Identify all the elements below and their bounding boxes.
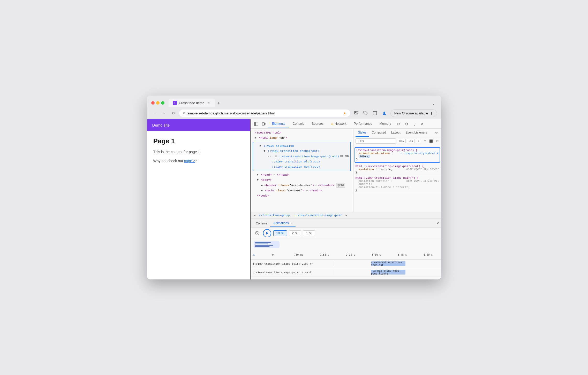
- timeline-bar-1[interactable]: -ua-view-transition-fade-out: [371, 261, 405, 266]
- body-open-line[interactable]: ▼ <body>: [251, 177, 353, 183]
- bottom-tab-bar: Console Animations × ×: [251, 219, 441, 228]
- devtools-breadcrumb: ◀ v-transition-group ::view-transition-i…: [251, 212, 441, 219]
- svg-rect-10: [262, 123, 265, 125]
- tab-console[interactable]: Console: [289, 120, 308, 128]
- paragraph2: Why not check out page 2?: [153, 158, 244, 164]
- styles-filter-bar: :hov .cls + ⊞ ⬛ ◻: [353, 137, 441, 145]
- anim-line-1: [255, 242, 271, 243]
- color-palette-icon[interactable]: ⬛: [428, 138, 434, 144]
- tab-title: Cross fade demo: [179, 101, 205, 105]
- screen-off-icon[interactable]: [352, 109, 360, 117]
- view-transition-old-line[interactable]: ::view-transition-old(root): [253, 159, 350, 164]
- svg-rect-7: [254, 122, 258, 126]
- timeline-label-2: ::view-transition-image-pair::view-tr: [251, 270, 333, 275]
- header-line[interactable]: ▶ <header class="main-header"> ⋯ </heade…: [251, 183, 353, 188]
- split-screen-icon[interactable]: [371, 109, 379, 117]
- shadow-editor-icon[interactable]: ◻: [434, 138, 440, 144]
- tab-overflow[interactable]: >>: [395, 121, 403, 127]
- styles-filter-input[interactable]: [356, 138, 396, 144]
- tab-elements[interactable]: Elements: [268, 120, 289, 128]
- tab-close-button[interactable]: ×: [207, 101, 211, 105]
- browser-window: Cross fade demo × + ⌄ ← → ↺ ⚙ simple-set…: [147, 96, 441, 279]
- timeline-bar-2[interactable]: -ua-mix-blend-mode-plus-lighter: [371, 270, 405, 275]
- breadcrumb-item-1[interactable]: v-transition-group: [258, 213, 291, 217]
- breadcrumb-prev[interactable]: ◀: [253, 214, 257, 217]
- doctype-line[interactable]: <!DOCTYPE html>: [251, 130, 353, 135]
- ruler-mark-150: 1.50 s: [312, 253, 337, 256]
- animations-tab-close[interactable]: ×: [291, 221, 292, 225]
- active-tab[interactable]: Cross fade demo ×: [169, 99, 215, 107]
- device-toggle-icon[interactable]: [260, 120, 268, 128]
- url-bar[interactable]: ⚙ simple-set-demos.glitch.me/2-slow-cros…: [179, 110, 350, 117]
- forward-button[interactable]: →: [161, 110, 168, 117]
- tab-memory[interactable]: Memory: [376, 120, 395, 128]
- new-tab-button[interactable]: +: [215, 100, 222, 107]
- hov-button[interactable]: :hov: [397, 139, 406, 143]
- head-line[interactable]: ▶ <head> ⋯ </head>: [251, 172, 353, 177]
- timeline-bar-area-2: -ua-mix-blend-mode-plus-lighter: [333, 268, 441, 276]
- back-button[interactable]: ←: [151, 110, 159, 117]
- url-text: simple-set-demos.glitch.me/2-slow-cross-…: [188, 111, 341, 115]
- view-transition-image-pair-line[interactable]: ··· ▼ ::view-transition-image-pair(root)…: [253, 154, 350, 159]
- elements-panel: <!DOCTYPE html> ▶ <html lang="en"> ▼ ::v…: [251, 129, 353, 212]
- new-chrome-button[interactable]: × New Chrome available ⋮: [390, 110, 437, 117]
- speed-100-button[interactable]: 100%: [273, 230, 287, 236]
- computed-style-icon[interactable]: ⊞: [422, 138, 428, 144]
- styles-tab-layout[interactable]: Layout: [389, 129, 403, 137]
- ruler-mark-0: 0: [260, 253, 286, 256]
- maximize-traffic-light[interactable]: [161, 101, 164, 105]
- ruler-mark-450: 4.50 s: [415, 253, 441, 256]
- page-title: Page 1: [153, 137, 244, 145]
- animation-pause-button[interactable]: [254, 230, 261, 237]
- toolbar-icons: [352, 109, 388, 117]
- profile-icon[interactable]: [380, 109, 388, 117]
- anim-line-4: [255, 246, 269, 247]
- styles-tab-event-listeners[interactable]: Event Listeners: [403, 129, 430, 137]
- cls-button[interactable]: .cls: [407, 139, 415, 143]
- timeline-refresh-button[interactable]: ↻: [251, 251, 258, 258]
- devtools-more-icon[interactable]: ⋮: [411, 120, 418, 128]
- breadcrumb-next[interactable]: ▶: [345, 214, 349, 217]
- extensions-icon[interactable]: [361, 109, 370, 117]
- tab-sources[interactable]: Sources: [308, 120, 327, 128]
- styles-tab-overflow[interactable]: >>: [434, 130, 439, 135]
- devtools-bottom: Console Animations × ×: [251, 219, 441, 279]
- devtools-close-button[interactable]: ×: [419, 120, 426, 128]
- view-transition-line[interactable]: ▼ ::view-transition: [253, 143, 350, 149]
- close-traffic-light[interactable]: [151, 101, 155, 105]
- body-close-line[interactable]: </body>: [251, 193, 353, 198]
- anim-line-3: [255, 245, 273, 246]
- bottom-tab-animations[interactable]: Animations ×: [270, 220, 296, 227]
- svg-line-2: [355, 111, 358, 114]
- page2-link[interactable]: page 2: [184, 159, 195, 163]
- tab-overflow-button[interactable]: ⌄: [430, 100, 437, 107]
- ruler-mark-300: 3.00 s: [363, 253, 389, 256]
- view-transition-group-line[interactable]: ▼ ::view-transition-group(root): [253, 149, 350, 154]
- inspect-icon[interactable]: [253, 120, 260, 128]
- animation-group-item[interactable]: [254, 241, 280, 248]
- speed-10-button[interactable]: 10%: [303, 230, 315, 236]
- html-line[interactable]: ▶ <html lang="en">: [251, 135, 353, 140]
- speed-25-button[interactable]: 25%: [289, 230, 301, 236]
- timeline-row-1: ::view-transition-image-pair::view-tr -u…: [251, 260, 441, 268]
- bookmark-icon[interactable]: ★: [343, 111, 346, 115]
- tab-network[interactable]: ⚠ Network: [327, 120, 350, 128]
- timeline-ruler-marks: 0 750 ms 1.50 s 2.25 s 3.00 s 3.75 s 4.5…: [258, 253, 441, 256]
- timeline-ruler: ↻ 0 750 ms 1.50 s 2.25 s 3.00 s 3.75 s 4…: [251, 250, 441, 260]
- styles-tab-computed[interactable]: Computed: [369, 129, 388, 137]
- main-line[interactable]: ▶ <main class="content"> ⋯ </main>: [251, 188, 353, 193]
- styles-panel: Styles Computed Layout Event Listeners >…: [353, 129, 441, 212]
- tab-performance[interactable]: Performance: [350, 120, 376, 128]
- breadcrumb-item-2[interactable]: ::view-transition-image-pair: [292, 213, 343, 217]
- view-transition-new-line[interactable]: ::view-transition-new(root): [253, 164, 350, 169]
- add-style-button[interactable]: +: [416, 139, 421, 143]
- devtools-settings-icon[interactable]: ⚙: [403, 120, 410, 128]
- reload-button[interactable]: ↺: [170, 110, 177, 117]
- bottom-panel-close[interactable]: ×: [436, 221, 439, 226]
- minimize-traffic-light[interactable]: [156, 101, 160, 105]
- styles-tab-styles[interactable]: Styles: [356, 129, 369, 137]
- security-icon: ⚙: [183, 111, 186, 115]
- new-chrome-text: New Chrome available: [394, 111, 428, 115]
- bottom-tab-console[interactable]: Console: [253, 220, 270, 227]
- animation-play-button[interactable]: [263, 229, 271, 237]
